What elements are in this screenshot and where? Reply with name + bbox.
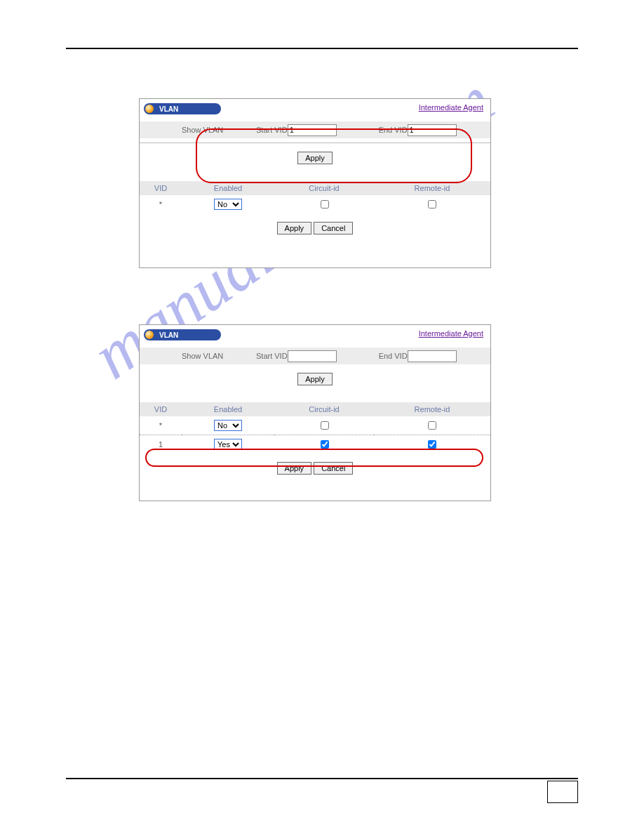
filter-section: Show VLAN Start VID End VID Apply [140, 121, 490, 168]
vlan-panel-2: VLAN Intermediate Agent Show VLAN Start … [139, 324, 491, 501]
circuit-checkbox[interactable] [321, 440, 329, 449]
tab-label: VLAN [159, 105, 178, 113]
cell-remote [374, 416, 490, 435]
action-row: Apply Cancel [140, 222, 490, 239]
filter-row: Show VLAN Start VID End VID [140, 121, 490, 138]
th-vid: VID [140, 181, 182, 195]
tab-label: VLAN [159, 331, 178, 339]
enabled-select[interactable]: No Yes [214, 420, 242, 431]
vlan-table: VID Enabled Circuit-id Remote-id * No Ye… [140, 181, 490, 213]
tab-dot-icon [145, 331, 154, 339]
cell-enabled: No Yes [182, 416, 274, 435]
divider [140, 143, 490, 143]
cell-vid: 1 [140, 435, 182, 454]
apply-button[interactable]: Apply [277, 462, 312, 475]
filter-apply-button[interactable]: Apply [297, 152, 333, 164]
table-row: * No Yes [140, 195, 490, 213]
table-header-row: VID Enabled Circuit-id Remote-id [140, 181, 490, 195]
cell-remote [374, 195, 490, 213]
filter-section: Show VLAN Start VID End VID Apply [140, 348, 490, 390]
tab-bar: VLAN Intermediate Agent [140, 99, 490, 116]
end-vid-input[interactable] [408, 124, 457, 136]
vlan-table: VID Enabled Circuit-id Remote-id * No Ye… [140, 402, 490, 454]
page-number-frame [547, 781, 578, 803]
cell-enabled: No Yes [182, 435, 274, 454]
th-remote: Remote-id [374, 181, 490, 195]
cell-enabled: No Yes [182, 195, 274, 213]
show-vlan-label: Show VLAN [182, 126, 245, 134]
filter-apply-button[interactable]: Apply [297, 373, 333, 385]
apply-button[interactable]: Apply [277, 222, 312, 234]
remote-checkbox[interactable] [428, 440, 436, 449]
th-circuit: Circuit-id [274, 402, 374, 416]
cell-circuit [274, 435, 374, 454]
circuit-checkbox[interactable] [321, 200, 329, 208]
filter-apply-row: Apply [140, 152, 490, 168]
tab-dot-icon [145, 105, 154, 113]
remote-checkbox[interactable] [428, 200, 436, 208]
cell-circuit [274, 195, 374, 213]
filter-row: Show VLAN Start VID End VID [140, 348, 490, 364]
enabled-select[interactable]: No Yes [214, 439, 242, 450]
top-rule [66, 48, 578, 49]
end-vid-input[interactable] [408, 350, 457, 362]
enabled-select[interactable]: No Yes [214, 199, 242, 210]
th-enabled: Enabled [182, 181, 274, 195]
end-vid-label: End VID [379, 126, 408, 134]
action-row: Apply Cancel [140, 462, 490, 479]
start-vid-label: Start VID [256, 126, 288, 134]
vlan-panel-1: VLAN Intermediate Agent Show VLAN Start … [139, 98, 491, 268]
cell-circuit [274, 416, 374, 435]
tab-vlan[interactable]: VLAN [144, 103, 221, 114]
cancel-button[interactable]: Cancel [314, 462, 353, 475]
th-remote: Remote-id [374, 402, 490, 416]
bottom-rule [66, 778, 578, 779]
th-circuit: Circuit-id [274, 181, 374, 195]
cell-vid: * [140, 195, 182, 213]
cell-remote [374, 435, 490, 454]
table-header-row: VID Enabled Circuit-id Remote-id [140, 402, 490, 416]
th-vid: VID [140, 402, 182, 416]
remote-checkbox[interactable] [428, 421, 436, 430]
th-enabled: Enabled [182, 402, 274, 416]
table-row: * No Yes [140, 416, 490, 435]
end-vid-label: End VID [379, 352, 408, 360]
table-row: 1 No Yes [140, 435, 490, 454]
start-vid-label: Start VID [256, 352, 288, 360]
intermediate-agent-link[interactable]: Intermediate Agent [419, 103, 483, 112]
circuit-checkbox[interactable] [321, 421, 329, 430]
tab-vlan[interactable]: VLAN [144, 329, 221, 340]
tab-bar: VLAN Intermediate Agent [140, 325, 490, 342]
start-vid-input[interactable] [288, 350, 337, 362]
cancel-button[interactable]: Cancel [314, 222, 353, 234]
filter-apply-row: Apply [140, 373, 490, 390]
cell-vid: * [140, 416, 182, 435]
show-vlan-label: Show VLAN [182, 352, 245, 360]
start-vid-input[interactable] [288, 124, 337, 136]
intermediate-agent-link[interactable]: Intermediate Agent [419, 329, 483, 338]
